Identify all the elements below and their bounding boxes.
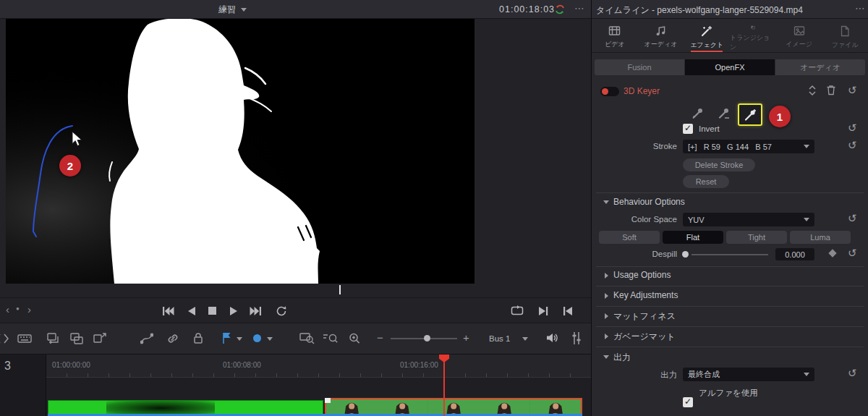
mode-flat-button[interactable]: Flat [663, 231, 723, 244]
behaviour-expand-caret [603, 200, 609, 204]
reset-invert-icon[interactable]: ↺ [848, 122, 857, 133]
last-frame-button[interactable] [250, 306, 262, 316]
eyedropper-minus-icon[interactable] [718, 107, 730, 119]
eyedropper-icon[interactable] [692, 107, 704, 119]
timeline-ruler[interactable]: 01:00:00:00 01:00:08:00 01:00:16:00 [46, 355, 591, 378]
play-reverse-button[interactable] [187, 306, 197, 316]
output-dropdown[interactable]: 最終合成 [683, 368, 814, 381]
viewer-scrub-bar[interactable] [0, 284, 591, 298]
play-button[interactable] [229, 306, 239, 316]
tab-video[interactable]: ビデオ [592, 19, 638, 52]
scrub-playhead-tick[interactable] [339, 285, 341, 294]
subtab-openfx[interactable]: OpenFX [685, 59, 775, 75]
zoom-in-button[interactable]: + [463, 331, 469, 344]
matte-finesse-caret [605, 313, 608, 319]
marker-dropdown-caret[interactable] [267, 337, 273, 341]
output-section-header[interactable]: 出力 [613, 352, 631, 364]
inspector-header: タイムライン - pexels-wolfgang-langer-5529094.… [592, 0, 868, 19]
invert-label: Invert [699, 124, 720, 133]
sync-status-icon[interactable] [554, 4, 566, 15]
first-frame-button[interactable] [162, 306, 174, 316]
track-header[interactable]: 3 [0, 355, 46, 416]
retime-curve-icon[interactable] [140, 333, 153, 344]
full-extent-zoom-icon[interactable] [347, 332, 362, 344]
zoom-out-button[interactable]: − [377, 331, 383, 344]
loop-playback-button[interactable] [276, 305, 287, 317]
flag-dropdown-caret[interactable] [237, 337, 242, 341]
mode-soft-button[interactable]: Soft [599, 231, 660, 244]
custom-zoom-icon[interactable] [299, 332, 315, 344]
reset-output-icon[interactable]: ↺ [848, 368, 857, 378]
garbage-matte-header[interactable]: ガベージマット [613, 331, 676, 343]
viewer-mode-dot-icon[interactable]: ● [16, 305, 20, 312]
usage-options-header[interactable]: Usage Options [613, 270, 671, 280]
reorder-effect-icon[interactable] [807, 85, 817, 96]
reset-despill-icon[interactable]: ↺ [848, 247, 857, 258]
stroke-picker-highlight-box[interactable] [738, 103, 762, 126]
tab-image[interactable]: イメージ [776, 19, 822, 52]
insert-clip-icon[interactable] [46, 332, 61, 345]
reset-color-space-icon[interactable]: ↺ [848, 213, 857, 224]
use-alpha-label: アルファを使用 [699, 388, 758, 399]
timeline-view-options-icon[interactable] [0, 333, 9, 344]
color-space-dropdown[interactable]: YUV [683, 213, 814, 226]
inspector-options-menu[interactable]: ⋯ [855, 2, 865, 14]
despill-value-box[interactable]: 0.000 [775, 248, 814, 260]
goto-end-icon[interactable] [537, 306, 548, 316]
detail-zoom-icon[interactable] [323, 332, 339, 344]
loop-clip-icon[interactable] [511, 305, 524, 316]
tab-effects[interactable]: エフェクト [684, 19, 730, 52]
tab-audio[interactable]: オーディオ [638, 19, 684, 52]
timeline-toolbar: − + Bus 1 [0, 323, 591, 355]
transport-bar: ‹ ● › [0, 299, 591, 323]
despill-keyframe-icon[interactable] [828, 249, 836, 257]
viewer-next-icon[interactable]: › [27, 303, 31, 315]
tab-transitions[interactable]: トランジション [730, 19, 776, 52]
annotation-badge-1: 1 [769, 106, 791, 127]
effect-enable-toggle[interactable] [600, 87, 619, 96]
delete-effect-icon[interactable] [826, 85, 836, 95]
subtab-audio[interactable]: オーディオ [775, 59, 865, 75]
section-divider [596, 326, 864, 327]
speaker-icon[interactable] [545, 332, 558, 344]
playhead-line[interactable] [443, 355, 445, 416]
garbage-matte-caret [605, 334, 608, 339]
flag-icon[interactable] [221, 332, 232, 344]
viewer-prev-icon[interactable]: ‹ [6, 303, 9, 315]
color-space-caret [804, 218, 809, 221]
use-alpha-checkbox[interactable] [683, 397, 693, 407]
reset-effect-icon[interactable]: ↺ [848, 85, 857, 95]
section-divider [596, 286, 864, 286]
clip-marker[interactable] [325, 398, 331, 403]
stop-button[interactable] [208, 306, 217, 315]
delete-stroke-button[interactable]: Delete Stroke [683, 158, 755, 171]
mode-tight-button[interactable]: Tight [726, 231, 787, 244]
viewer-timecode[interactable]: 01:00:18:03 [499, 4, 555, 14]
tab-file[interactable]: ファイル [822, 19, 868, 52]
mode-luma-button[interactable]: Luma [790, 231, 851, 244]
matte-finesse-header[interactable]: マットフィネス [613, 310, 676, 323]
reset-button[interactable]: Reset [683, 175, 729, 188]
zoom-slider-knob[interactable] [424, 335, 430, 341]
subtab-fusion[interactable]: Fusion [595, 59, 685, 75]
bus-selector[interactable]: Bus 1 [486, 331, 531, 346]
keyboard-edit-icon[interactable] [17, 333, 32, 344]
output-expand-caret [603, 355, 609, 359]
key-adjustments-header[interactable]: Key Adjustments [613, 290, 678, 300]
despill-slider-track[interactable] [692, 254, 768, 255]
timeline-selector[interactable]: 練習 [218, 4, 247, 16]
viewer-options-menu[interactable]: ⋯ [574, 2, 584, 14]
despill-slider-knob[interactable] [682, 251, 689, 258]
overwrite-clip-icon[interactable] [69, 332, 84, 345]
match-frame-icon[interactable] [563, 306, 574, 316]
position-lock-icon[interactable] [192, 332, 204, 344]
link-clips-icon[interactable] [166, 333, 179, 344]
reset-stroke-icon[interactable]: ↺ [848, 140, 857, 150]
stroke-dropdown[interactable]: [+] R 59 G 144 B 57 [683, 140, 814, 153]
mixer-icon[interactable] [571, 331, 582, 345]
marker-icon[interactable] [252, 334, 262, 343]
viewer-canvas[interactable] [6, 19, 475, 284]
behaviour-section-header[interactable]: Behaviour Options [613, 197, 685, 207]
replace-clip-icon[interactable] [93, 332, 107, 345]
invert-checkbox[interactable] [683, 124, 693, 134]
